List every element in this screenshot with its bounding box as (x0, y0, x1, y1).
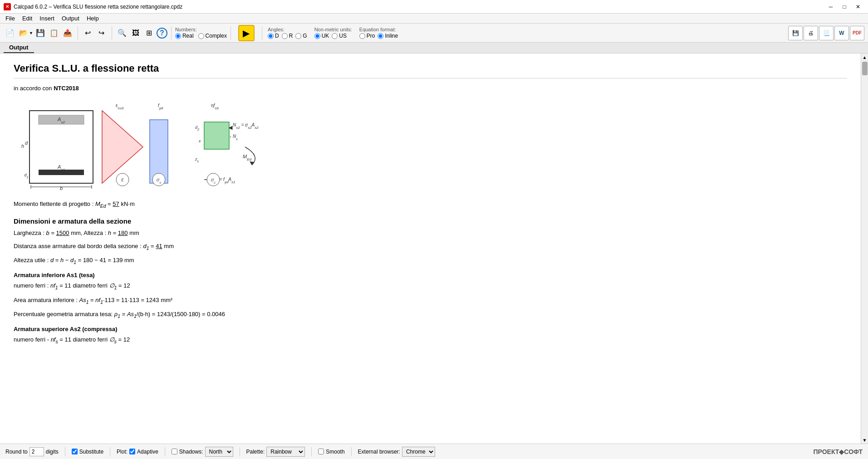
status-sep-4 (240, 447, 240, 456)
image-button[interactable]: 🖼 (129, 27, 142, 39)
save-button[interactable]: 💾 (34, 27, 47, 39)
real-radio[interactable] (175, 33, 181, 39)
menu-insert[interactable]: Insert (36, 14, 58, 23)
nf1-val: = 11 diametro ferri (58, 282, 109, 289)
as1-nf: nf1 (95, 297, 103, 303)
menu-edit[interactable]: Edit (19, 14, 36, 23)
export-html-button[interactable]: 📃 (819, 26, 834, 40)
svg-marker-12 (102, 111, 143, 183)
angles-section: Angles: D R G (268, 27, 307, 39)
svg-text:εcu3: εcu3 (116, 103, 124, 110)
angle-r-label[interactable]: R (282, 33, 293, 39)
export-pdf-button[interactable]: PDF (850, 26, 864, 40)
inline-radio[interactable] (378, 33, 383, 39)
larghezza-para: Larghezza : b = 1500 mm, Altezza : h = 1… (14, 229, 847, 238)
redo-button[interactable]: ↪ (95, 27, 108, 39)
open-dropdown[interactable]: 📂 ▼ (17, 27, 33, 39)
angle-g-label[interactable]: G (295, 33, 307, 39)
smooth-checkbox[interactable] (318, 449, 324, 454)
smooth-label[interactable]: Smooth (318, 449, 344, 455)
title-bar: ✕ Calcpad 6.0.2 – Verifica SLU flessione… (0, 0, 868, 14)
close-button[interactable]: ✕ (852, 2, 864, 12)
au-eq: = (54, 257, 60, 264)
grid-button[interactable]: ⊞ (143, 27, 156, 39)
shadows-checkbox[interactable] (172, 449, 177, 454)
eqformat-radios: Pro Inline (359, 33, 398, 39)
nav-tools: ↩ ↪ (82, 27, 108, 39)
nonmetric-radios: UK US (314, 33, 352, 39)
au-label: Altezza utile : (14, 257, 50, 264)
adaptive-checkbox[interactable] (129, 449, 135, 454)
undo-button[interactable]: ↩ (82, 27, 94, 39)
search-button[interactable]: 🔍 (116, 27, 128, 39)
armatura-inf-title: Armatura inferiore As1 (tesa) (14, 272, 847, 278)
substitute-label[interactable]: Substitute (72, 449, 103, 455)
save-doc-button[interactable]: 💾 (788, 26, 803, 40)
us-label[interactable]: US (332, 33, 347, 39)
tab-output[interactable]: Output (4, 43, 34, 53)
north-select[interactable]: North South East West (205, 447, 233, 457)
scroll-up-button[interactable]: ▲ (861, 54, 868, 61)
scrollbar[interactable]: ▲ ▼ (861, 54, 868, 444)
minimize-button[interactable]: ─ (824, 2, 837, 12)
angle-d-radio[interactable] (268, 33, 274, 39)
new-button[interactable]: 📄 (4, 27, 16, 39)
us-text: US (339, 33, 347, 39)
us-radio[interactable] (332, 33, 338, 39)
uk-label[interactable]: UK (314, 33, 329, 39)
open-arrow[interactable]: ▼ (29, 31, 33, 35)
angle-r-radio[interactable] (282, 33, 288, 39)
subtitle-bold: NTC2018 (54, 85, 79, 92)
rho1-val: = 1243/(1500·180) = 0.0046 (150, 311, 225, 317)
help-button[interactable]: ? (157, 28, 167, 39)
section-title: Dimensioni e armatura della sezione (14, 217, 847, 225)
angle-r-text: R (289, 33, 293, 39)
shadows-label[interactable]: Shadows: (172, 449, 203, 455)
numero-ferri2-para: numero ferri - nfs = 11 diametro ferri ∅… (14, 335, 847, 346)
maximize-button[interactable]: □ (838, 2, 851, 12)
larghezza-eq: = (49, 230, 56, 236)
moment-value: 57 (113, 200, 119, 207)
substitute-text: Substitute (79, 449, 103, 455)
moment-label: Momento flettente di progetto : (14, 200, 95, 207)
complex-radio-label[interactable]: Complex (198, 33, 227, 39)
export-button[interactable]: 📤 (61, 27, 74, 39)
run-button[interactable]: ▶ (238, 25, 255, 41)
distanza-val: 41 (156, 243, 162, 249)
print-button[interactable]: 🖨 (804, 26, 818, 40)
adaptive-label[interactable]: Adaptive (129, 449, 158, 455)
scroll-down-button[interactable]: ▼ (861, 436, 868, 444)
au-minus: − (64, 257, 70, 264)
round-to-input[interactable] (29, 447, 44, 456)
pro-label[interactable]: Pro (359, 33, 375, 39)
export-word-button[interactable]: W (834, 26, 849, 40)
browser-select[interactable]: Chrome Firefox Edge Safari (402, 447, 435, 457)
angle-g-radio[interactable] (295, 33, 301, 39)
perc-label: Percentuale geometria armatura tesa: (14, 311, 114, 317)
round-to-label: Round to (5, 449, 28, 455)
distanza-unit: mm (162, 243, 174, 249)
pro-radio[interactable] (359, 33, 365, 39)
eqformat-label: Equation format: (359, 27, 398, 32)
angle-g-text: G (303, 33, 307, 39)
export-buttons: 💾 🖨 📃 W PDF (788, 26, 864, 40)
numbers-section: Numbers: Real Complex (175, 27, 227, 39)
menu-file[interactable]: File (2, 14, 19, 23)
as1-sym: As1 (79, 297, 89, 303)
substitute-section: Substitute (72, 449, 103, 455)
uk-radio[interactable] (314, 33, 320, 39)
complex-radio[interactable] (198, 33, 204, 39)
palette-select[interactable]: Rainbow Grayscale Heatmap (266, 447, 305, 457)
menu-output[interactable]: Output (58, 14, 83, 23)
menu-help[interactable]: Help (83, 14, 103, 23)
substitute-checkbox[interactable] (72, 449, 78, 454)
real-radio-label[interactable]: Real (175, 33, 194, 39)
angle-d-label[interactable]: D (268, 33, 279, 39)
inline-label[interactable]: Inline (378, 33, 398, 39)
svg-text:Ns2 = σs2As2: Ns2 = σs2As2 (233, 122, 259, 130)
shadows-text: Shadows: (179, 449, 203, 455)
scroll-thumb[interactable] (862, 62, 868, 75)
new-window-button[interactable]: 📋 (48, 27, 60, 39)
search-tools: 🔍 🖼 ⊞ ? (116, 27, 167, 39)
open-button[interactable]: 📂 (17, 27, 30, 39)
